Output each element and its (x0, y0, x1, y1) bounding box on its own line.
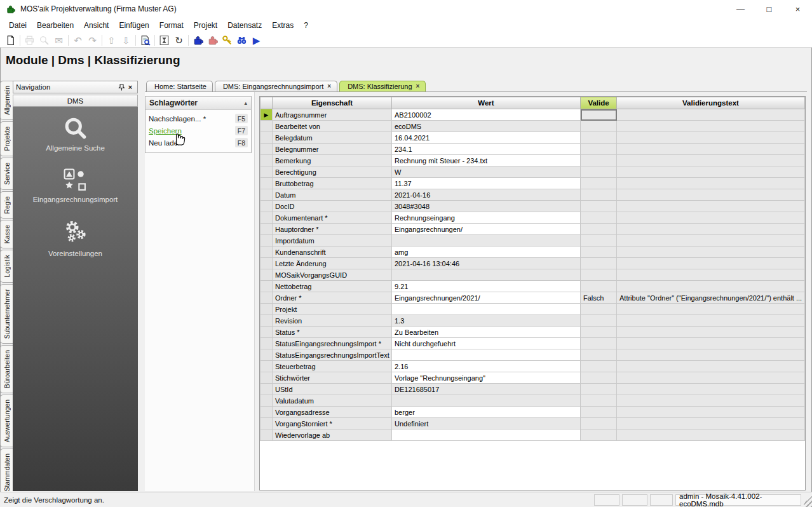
cell-eigenschaft[interactable]: Stichwörter (273, 372, 392, 384)
cell-validierungstext[interactable] (617, 407, 805, 418)
menu-item-ansicht[interactable]: Ansicht (79, 19, 114, 32)
cell-valide[interactable] (581, 315, 617, 327)
cell-valide[interactable] (581, 235, 617, 247)
row-selector[interactable] (261, 384, 273, 395)
cell-valide[interactable] (581, 269, 617, 281)
cell-validierungstext[interactable] (617, 224, 805, 235)
cell-valide[interactable] (581, 121, 617, 132)
cell-eigenschaft[interactable]: Datum (273, 189, 392, 201)
move-up-icon[interactable]: ⇧ (104, 34, 119, 47)
cell-wert[interactable]: 3048#3048 (392, 201, 581, 212)
cell-wert[interactable] (392, 429, 581, 441)
cell-wert[interactable]: Undefiniert (392, 418, 581, 429)
cell-valide[interactable] (581, 109, 617, 121)
cell-eigenschaft[interactable]: Nettobetrag (273, 281, 392, 292)
module-blue-puzzle-icon[interactable] (191, 34, 205, 47)
cell-eigenschaft[interactable]: Vorgangsadresse (273, 407, 392, 418)
cell-validierungstext[interactable] (617, 429, 805, 441)
module-red-puzzle-icon[interactable] (205, 34, 220, 47)
cell-validierungstext[interactable] (617, 372, 805, 384)
cell-valide[interactable] (581, 166, 617, 178)
keyword-action-nachschlagen[interactable]: Nachschlagen... *F5 (149, 112, 248, 125)
cell-validierungstext[interactable] (617, 235, 805, 247)
menu-item-extras[interactable]: Extras (267, 19, 299, 32)
move-down-icon[interactable]: ⇩ (119, 34, 133, 47)
new-document-icon[interactable] (3, 34, 18, 47)
row-selector[interactable] (261, 132, 273, 144)
hourglass-icon[interactable] (157, 34, 172, 47)
cell-eigenschaft[interactable]: Dokumentenart * (273, 212, 392, 224)
cell-validierungstext[interactable] (617, 418, 805, 429)
cell-eigenschaft[interactable]: Bruttobetrag (273, 178, 392, 189)
menu-item-einfügen[interactable]: Einfügen (114, 19, 154, 32)
cell-wert[interactable]: 2.16 (392, 361, 581, 372)
cell-wert[interactable]: Eingangsrechnungen/ (392, 224, 581, 235)
cell-eigenschaft[interactable]: Valutadatum (273, 395, 392, 407)
cell-validierungstext[interactable] (617, 121, 805, 132)
cell-eigenschaft[interactable]: UStId (273, 384, 392, 395)
cell-valide[interactable] (581, 212, 617, 224)
cell-validierungstext[interactable] (617, 144, 805, 155)
row-selector[interactable] (261, 258, 273, 269)
module-tab-büroarbeiten[interactable]: Büroarbeiten (0, 345, 13, 393)
cell-valide[interactable] (581, 258, 617, 269)
cell-valide[interactable] (581, 189, 617, 201)
send-mail-icon[interactable]: ✉ (51, 34, 66, 47)
module-tab-regie[interactable]: Regie (0, 191, 13, 219)
cell-eigenschaft[interactable]: MOSaikVorgangsGUID (273, 269, 392, 281)
cell-eigenschaft[interactable]: Status * (273, 327, 392, 338)
cell-eigenschaft[interactable]: Steuerbetrag (273, 361, 392, 372)
cell-wert[interactable]: Rechnung mit Steuer - 234.txt (392, 155, 581, 166)
cell-eigenschaft[interactable]: Bemerkung (273, 155, 392, 166)
nav-item-voreinstellungen[interactable]: Voreinstellungen (48, 220, 102, 257)
cell-valide[interactable] (581, 201, 617, 212)
cell-validierungstext[interactable] (617, 315, 805, 327)
cell-eigenschaft[interactable]: Belegnummer (273, 144, 392, 155)
cell-validierungstext[interactable]: Attribute "Ordner" ("Eingangsrechnungen/… (617, 292, 805, 304)
row-selector[interactable] (261, 201, 273, 212)
cell-eigenschaft[interactable]: Importdatum (273, 235, 392, 247)
row-selector[interactable] (261, 155, 273, 166)
row-selector[interactable] (261, 418, 273, 429)
cell-validierungstext[interactable] (617, 189, 805, 201)
cell-eigenschaft[interactable]: Letzte Änderung (273, 258, 392, 269)
collapse-arrow-icon[interactable]: ▴ (244, 100, 247, 106)
cell-valide[interactable] (581, 224, 617, 235)
cell-wert[interactable]: 2021-04-16 13:04:46 (392, 258, 581, 269)
row-selector[interactable] (261, 144, 273, 155)
cell-valide[interactable] (581, 155, 617, 166)
cell-wert[interactable] (392, 235, 581, 247)
cell-validierungstext[interactable] (617, 247, 805, 258)
cell-wert[interactable] (392, 304, 581, 315)
menu-item-datensatz[interactable]: Datensatz (222, 19, 267, 32)
row-selector[interactable] (261, 212, 273, 224)
cell-wert[interactable]: Nicht durchgefuehrt (392, 338, 581, 349)
row-selector[interactable] (261, 281, 273, 292)
menu-item-datei[interactable]: Datei (4, 19, 32, 32)
row-selector[interactable] (261, 395, 273, 407)
row-selector[interactable] (261, 349, 273, 361)
cell-eigenschaft[interactable]: Projekt (273, 304, 392, 315)
cell-eigenschaft[interactable]: Hauptordner * (273, 224, 392, 235)
cell-validierungstext[interactable] (617, 258, 805, 269)
menu-item-help[interactable]: ? (299, 19, 313, 32)
row-selector[interactable] (261, 178, 273, 189)
find-binoculars-icon[interactable] (234, 34, 249, 47)
row-selector[interactable] (261, 361, 273, 372)
cell-wert[interactable]: Zu Bearbeiten (392, 327, 581, 338)
cell-wert[interactable]: amg (392, 247, 581, 258)
cell-wert[interactable] (392, 395, 581, 407)
row-selector[interactable] (261, 235, 273, 247)
keyword-action-neu-laden[interactable]: Neu ladenF8 (149, 137, 248, 149)
cell-wert[interactable] (392, 269, 581, 281)
row-selector[interactable] (261, 429, 273, 441)
cell-validierungstext[interactable] (617, 201, 805, 212)
cell-validierungstext[interactable] (617, 349, 805, 361)
menu-item-bearbeiten[interactable]: Bearbeiten (32, 19, 79, 32)
cell-eigenschaft[interactable]: Wiedervorlage ab (273, 429, 392, 441)
module-tab-stammdaten[interactable]: Stammdaten (0, 449, 13, 497)
cell-eigenschaft[interactable]: DocID (273, 201, 392, 212)
cell-validierungstext[interactable] (617, 212, 805, 224)
document-tab-dms-klassifizierung[interactable]: DMS: Klassifizierung× (339, 81, 426, 91)
module-tab-auswertungen[interactable]: Auswertungen (0, 395, 13, 447)
